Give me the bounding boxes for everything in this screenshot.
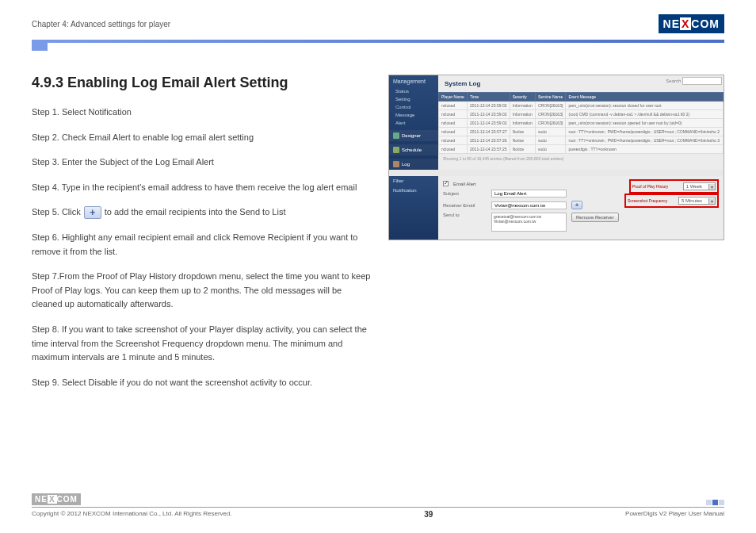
- ss-pop-dropdown[interactable]: 1 Week▾: [683, 182, 716, 190]
- table-row[interactable]: nclosed2011-12-14 23:57:27Noticesudoroot…: [439, 128, 724, 136]
- table-row[interactable]: nclosed2011-12-14 23:57:25Noticesudopowe…: [439, 145, 724, 154]
- ss-menu-status[interactable]: Status: [389, 87, 438, 95]
- ss-bottom-sidebar: Filter Notification: [389, 176, 438, 240]
- step-3: Step 3. Enter the Subject of the Log Ema…: [32, 155, 372, 170]
- nexcom-logo: NEXCOM: [659, 14, 724, 33]
- step-9: Step 9. Select Disable if you do not wan…: [32, 376, 372, 390]
- step-5: Step 5. Click + to add the email recipie…: [32, 205, 372, 220]
- schedule-icon: [393, 147, 399, 153]
- th-player[interactable]: Player Name: [439, 93, 468, 102]
- ss-menu-alert[interactable]: Alert: [389, 119, 438, 127]
- ss-section-log[interactable]: Log: [389, 159, 438, 170]
- ss-receiver-label: Receiver Email: [443, 203, 487, 208]
- ss-email-alert-checkbox[interactable]: [443, 181, 449, 186]
- ss-section-schedule[interactable]: Schedule: [389, 144, 438, 155]
- th-service[interactable]: Service Name: [535, 93, 566, 102]
- ss-add-recipient-button[interactable]: +: [571, 201, 582, 209]
- ss-menu-setting[interactable]: Setting: [389, 95, 438, 103]
- manual-name: PowerDigis V2 Player User Manual: [625, 510, 724, 519]
- ss-subject-label: Subject: [443, 191, 487, 196]
- table-row[interactable]: nclosed2011-12-14 23:59:02InformationCRO…: [439, 110, 724, 119]
- logo-com: COM: [691, 17, 720, 30]
- step-6: Step 6. Highlight any email recipient em…: [32, 231, 372, 259]
- ss-search-input[interactable]: [682, 77, 722, 85]
- logo-ne: NE: [663, 17, 680, 30]
- ss-freq-label: Screenshot Frequency: [628, 198, 675, 203]
- app-screenshot: Management Status Setting Control Messag…: [388, 75, 724, 240]
- designer-icon: [393, 132, 399, 139]
- ss-search: Search: [664, 75, 724, 86]
- step-8: Step 8. If you want to take screenshot o…: [32, 323, 372, 365]
- chapter-label: Chapter 4: Advanced settings for player: [32, 20, 170, 29]
- add-recipient-icon: +: [84, 206, 101, 219]
- step-4: Step 4. Type in the recipient's email ad…: [32, 181, 372, 195]
- copyright: Copyright © 2012 NEXCOM International Co…: [32, 510, 232, 519]
- ss-subject-input[interactable]: [491, 190, 567, 197]
- ss-notification-panel: Email Alert Subject Receiver Email +: [438, 176, 724, 240]
- header-tab: [32, 43, 48, 51]
- step-2: Step 2. Check Email Alert to enable log …: [32, 131, 372, 145]
- th-event[interactable]: Event Message: [566, 93, 724, 102]
- ss-freq-dropdown[interactable]: 5 Minutes▾: [678, 197, 716, 205]
- ss-section-designer[interactable]: Designer: [389, 130, 438, 141]
- page-footer: NEXCOM Copyright © 2012 NEXCOM Internati…: [32, 493, 724, 519]
- ss-menu-message[interactable]: Message: [389, 111, 438, 119]
- footer-squares-icon: [706, 500, 724, 505]
- step-7: Step 7.From the Proof of Play History dr…: [32, 270, 372, 312]
- ss-menu-control[interactable]: Control: [389, 103, 438, 111]
- ss-sendto-label: Send to: [443, 213, 487, 217]
- table-row[interactable]: nclosed2011-12-14 23:59:02InformationCRO…: [439, 102, 724, 110]
- logo-x: X: [680, 17, 691, 30]
- ss-notification[interactable]: Notification: [389, 186, 438, 195]
- header-rule: [32, 40, 724, 43]
- ss-main: Search System Log Player Name Time Sever…: [438, 75, 724, 170]
- page-number: 39: [424, 510, 433, 519]
- instructions-column: 4.9.3 Enabling Log Email Alert Setting S…: [32, 75, 372, 401]
- step-5b: to add the email recipients into the Sen…: [105, 205, 286, 220]
- log-icon: [393, 161, 399, 167]
- ss-email-alert-label: Email Alert: [453, 182, 476, 186]
- ss-screenshot-freq-highlight: Screenshot Frequency 5 Minutes▾: [624, 194, 719, 208]
- ss-pop-label: Proof of Play History: [632, 184, 680, 189]
- step-5a: Step 5. Click: [32, 205, 81, 220]
- ss-filter[interactable]: Filter: [389, 176, 438, 186]
- ss-table-footer: Showing 1 to 50 of 16,445 entries (filte…: [438, 154, 724, 163]
- ss-management-header: Management: [389, 75, 438, 87]
- ss-sidebar: Management Status Setting Control Messag…: [389, 75, 438, 170]
- ss-remove-receiver-button[interactable]: Remove Receiver: [571, 213, 619, 222]
- chevron-down-icon: ▾: [708, 198, 715, 204]
- ss-proof-of-play-highlight: Proof of Play History 1 Week▾: [629, 179, 719, 194]
- ss-sendto-list[interactable]: gracetsai@nexcom.com.tw Vivian@nexcom.co…: [491, 213, 567, 232]
- header-bar: Chapter 4: Advanced settings for player …: [32, 14, 724, 38]
- th-severity[interactable]: Severity: [510, 93, 535, 102]
- chevron-down-icon: ▾: [708, 184, 715, 190]
- table-row[interactable]: nclosed2011-12-14 23:59:02InformationCRO…: [439, 119, 724, 128]
- footer-logo: NEXCOM: [32, 493, 81, 505]
- step-1: Step 1. Select Notification: [32, 105, 372, 120]
- th-time[interactable]: Time: [468, 93, 510, 102]
- ss-receiver-input[interactable]: [491, 201, 567, 209]
- section-title: 4.9.3 Enabling Log Email Alert Setting: [32, 75, 372, 91]
- ss-log-table: Player Name Time Severity Service Name E…: [438, 92, 724, 154]
- table-row[interactable]: nclosed2011-12-14 23:57:26Noticesudoroot…: [439, 136, 724, 145]
